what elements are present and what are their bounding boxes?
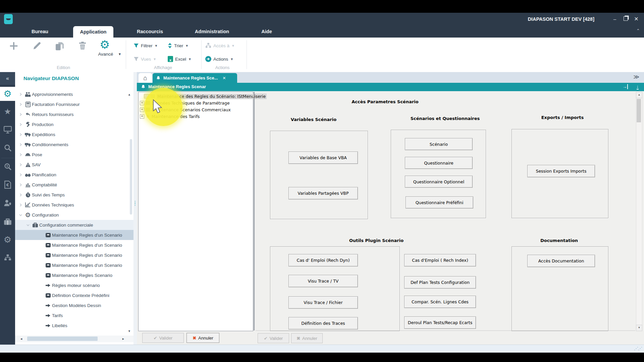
nav-item-gestion-modeles[interactable]: Gestion Modèles Dessin — [15, 300, 133, 310]
nav-item-pose[interactable]: Pose — [15, 149, 133, 160]
nav-item-configuration[interactable]: ⚙Configuration — [15, 210, 133, 220]
nav-item-planification[interactable]: Planification — [15, 170, 133, 180]
dock-down-icon[interactable]: ↓ — [637, 84, 639, 89]
restore-button[interactable] — [621, 15, 630, 23]
menu-application-active[interactable]: Application — [73, 26, 113, 38]
nav-item-tarifs[interactable]: Tarifs — [15, 310, 133, 320]
advanced-label[interactable]: Avancé — [93, 52, 118, 57]
rail-search-pin-icon[interactable] — [0, 160, 15, 173]
rail-gear-icon[interactable]: ⚙ — [0, 233, 15, 246]
menu-aide[interactable]: Aide — [257, 25, 277, 38]
btn-acces-documentation[interactable]: Accès Documentation — [527, 255, 595, 267]
sort-button[interactable]: Trier▼ — [168, 42, 189, 50]
edit-button[interactable] — [32, 41, 42, 51]
btn-session-exports-imports[interactable]: Session Exports Imports — [527, 165, 595, 177]
nav-item-conditionnements[interactable]: Conditionnements — [15, 139, 133, 149]
menu-raccourcis[interactable]: Raccourcis — [133, 25, 167, 38]
dialog-scrollbar[interactable]: ▲ ▼ — [636, 92, 642, 331]
nav-item-definition-contexte[interactable]: Définition Contexte Prédéfini — [15, 290, 133, 300]
rail-monitor-icon[interactable] — [0, 123, 15, 136]
nav-item-donnees-techniques[interactable]: Données Techniques — [15, 200, 133, 210]
nav-item-sav[interactable]: SAV — [15, 160, 133, 170]
btn-variables-partagees-vbp[interactable]: Variables Partagées VBP — [288, 187, 358, 199]
nav-item-maintenance-regles-4[interactable]: Maintenance Regles d'un Scenario — [15, 260, 133, 270]
collapse-nav-icon[interactable]: « — [0, 72, 15, 85]
nav-item-configuration-commerciale[interactable]: Configuration commerciale — [15, 220, 133, 230]
btn-cas-emploi-rech-dyn[interactable]: Cas d' Emploi (Rech Dyn) — [288, 254, 358, 266]
nav-horizontal-scrollbar[interactable]: ◄ ► — [15, 336, 133, 342]
scroll-up-icon[interactable]: ▲ — [636, 92, 642, 98]
rail-user-shield-icon[interactable] — [0, 196, 15, 209]
nav-item-maintenance-regles-2[interactable]: Maintenance Regles d'un Scenario — [15, 240, 133, 250]
tab-overflow-icon[interactable]: ≫ — [633, 73, 639, 80]
nav-item-production[interactable]: Production — [15, 119, 133, 129]
nav-vertical-scrollbar-thumb[interactable] — [130, 139, 132, 215]
menu-administration[interactable]: Administration — [192, 25, 232, 38]
btn-scenario[interactable]: Scénario — [405, 138, 473, 150]
views-button[interactable]: Vues▼ — [133, 55, 156, 63]
nav-item-maintenance-regles-3[interactable]: Maintenance Regles d'un Scenario — [15, 250, 133, 260]
nav-item-suivi-temps[interactable]: Suivi des Temps — [15, 190, 133, 200]
btn-questionnaire-predefini[interactable]: Questionnaire Préféfini — [406, 196, 473, 208]
btn-visu-trace-fichier[interactable]: Visu Trace / Fichier — [288, 296, 358, 309]
expand-icon[interactable]: + — [140, 108, 144, 112]
btn-compar-scen-lignes-cdes[interactable]: Compar. Scén. Lignes Cdes — [404, 296, 476, 308]
nav-scroll-left-icon[interactable]: ◄ — [20, 337, 23, 341]
excel-button[interactable]: x Excel▼ — [168, 55, 192, 63]
dialog-validate-button[interactable]: ✔ Valider — [258, 333, 289, 343]
resize-grip[interactable]: ⋰⋰ — [634, 346, 642, 351]
rail-item-config-active[interactable]: ⚙ — [0, 87, 15, 101]
copy-button[interactable] — [54, 41, 65, 52]
nav-horizontal-scrollbar-thumb[interactable] — [27, 337, 98, 341]
btn-deroul-plan-tests-recap-ecarts[interactable]: Deroul Plan Tests/Recap Ecarts — [404, 316, 476, 329]
btn-questionnaire[interactable]: Questionnaire — [405, 157, 473, 169]
rail-invoice-euro-icon[interactable] — [0, 178, 15, 191]
add-button[interactable] — [9, 41, 19, 51]
active-document-tab[interactable]: Maintenance Regles Sce... ✕ — [153, 73, 237, 83]
rail-briefcase-icon[interactable] — [0, 215, 15, 228]
rail-search-icon[interactable] — [0, 141, 15, 155]
nav-scroll-down-icon[interactable]: ▼ — [128, 329, 131, 333]
btn-visu-trace-tv[interactable]: Visu Trace / TV — [288, 275, 358, 287]
nav-item-expeditions[interactable]: Expéditions — [15, 129, 133, 139]
nav-item-approvisionnements[interactable]: Approvisionnements — [15, 89, 133, 99]
actions-button[interactable]: Actions▼ — [205, 55, 233, 63]
panel-splitter[interactable]: ⁞⁞ — [133, 72, 137, 345]
scrollbar-thumb[interactable] — [637, 99, 641, 122]
expand-icon[interactable]: + — [140, 114, 144, 119]
nav-item-maintenance-regles-scenario[interactable]: Maintenance Regles Scenario — [15, 270, 133, 280]
btn-definition-des-traces[interactable]: Définition des Traces — [288, 317, 358, 329]
tree-validate-button[interactable]: ✔ Valider — [142, 333, 184, 343]
minimize-button[interactable]: – — [610, 15, 619, 23]
advanced-gear-icon[interactable]: ⚙ — [100, 39, 110, 50]
btn-questionnaire-optionnel[interactable]: Questionnaire Optionnel — [405, 176, 473, 188]
delete-button[interactable] — [77, 41, 88, 51]
nav-item-regles-moteur[interactable]: Règles moteur scénario — [15, 280, 133, 290]
advanced-caret-icon[interactable]: ▼ — [118, 52, 121, 56]
pin-right-icon[interactable]: → — [623, 84, 628, 89]
tree-cancel-button[interactable]: ✖ Annuler — [186, 333, 219, 343]
btn-variables-base-vba[interactable]: Variables de Base VBA — [288, 152, 358, 164]
expand-icon[interactable]: + — [140, 101, 144, 105]
menu-bureau[interactable]: Bureau — [23, 25, 57, 38]
nav-scroll-up-icon[interactable]: ▲ — [128, 93, 131, 96]
nav-scroll-right-icon[interactable]: ► — [122, 337, 125, 341]
rail-orgchart-icon[interactable] — [0, 251, 15, 264]
tab-close-icon[interactable]: ✕ — [223, 76, 226, 80]
nav-item-comptabilite[interactable]: Comptabilité — [15, 180, 133, 190]
scroll-down-icon[interactable]: ▼ — [636, 325, 642, 331]
rail-favorites-star-icon[interactable]: ★ — [0, 105, 15, 118]
home-tab[interactable]: ⌂ — [139, 73, 152, 83]
nav-item-libelles[interactable]: Libellés — [15, 320, 133, 329]
nav-item-retours[interactable]: Retours fournisseurs — [15, 109, 133, 119]
close-button[interactable]: ✕ — [632, 15, 641, 23]
splitter-handle[interactable]: ⁞⁞ — [135, 201, 136, 206]
filter-button[interactable]: Filtrer▼ — [133, 42, 158, 50]
content-splitter[interactable] — [254, 92, 255, 330]
btn-cas-emploi-rech-index[interactable]: Cas d'Emploi ( Rech Index) — [404, 254, 476, 266]
collapse-ribbon-icon[interactable]: ⌃ — [636, 28, 640, 33]
dialog-cancel-button[interactable]: ✖ Annuler — [291, 333, 323, 343]
nav-item-maintenance-regles-1-selected[interactable]: Maintenance Regles d'un Scenario — [15, 230, 133, 240]
btn-def-plan-tests-configuration[interactable]: Def Plan Tests Configuration — [404, 276, 476, 289]
access-button[interactable]: Accès à▼ — [205, 42, 235, 50]
